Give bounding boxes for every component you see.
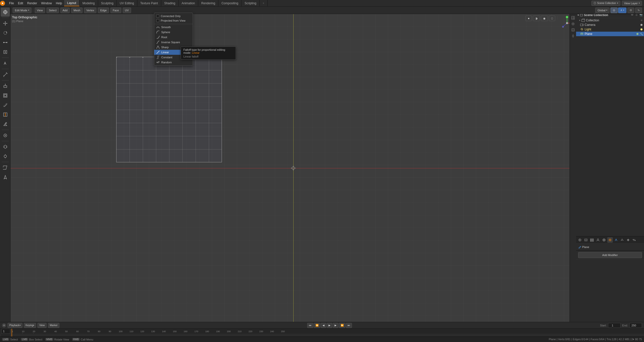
light-item[interactable]: Light — [576, 27, 644, 32]
props-tab-scene[interactable] — [595, 237, 601, 243]
edge-menu[interactable]: Edge — [98, 8, 109, 13]
menu-file[interactable]: File — [7, 0, 16, 6]
view-timeline-menu[interactable]: View — [37, 323, 47, 328]
falloff-smooth[interactable]: Smooth — [154, 25, 193, 30]
bevel-tool-btn[interactable] — [1, 101, 10, 110]
end-frame-input[interactable] — [629, 323, 642, 328]
connected-only-checkbox[interactable] — [156, 15, 159, 18]
tab-rendering[interactable]: Rendering — [198, 0, 218, 6]
projected-checkbox[interactable] — [156, 19, 159, 22]
props-tab-render[interactable] — [577, 237, 583, 243]
tab-shading[interactable]: Shading — [161, 0, 179, 6]
loop-cut-tool-btn[interactable] — [1, 110, 10, 119]
tab-modeling[interactable]: Modeling — [79, 0, 98, 6]
rip-btn[interactable] — [1, 173, 10, 182]
viewport-shading-wire[interactable]: □ — [549, 16, 555, 21]
tab-layout[interactable]: Layout — [64, 0, 79, 6]
prev-keyframe-btn[interactable]: ⏪ — [314, 323, 320, 328]
start-frame-input[interactable] — [608, 323, 621, 328]
uv-menu[interactable]: UV — [123, 8, 131, 13]
timeline-settings-btn[interactable]: ⚙ — [2, 323, 6, 327]
menu-help[interactable]: Help — [54, 0, 64, 6]
connected-only-option[interactable]: Connected Only — [154, 14, 193, 18]
mesh-menu[interactable]: Mesh — [71, 8, 83, 13]
cursor-tool-btn[interactable] — [1, 8, 10, 17]
props-tab-modifier[interactable] — [613, 237, 619, 243]
snap-icon-right[interactable] — [570, 33, 576, 39]
next-frame-btn[interactable]: ▶ — [333, 323, 338, 328]
scene-selector[interactable]: ⬡ Scene Collection ▾ — [591, 1, 620, 6]
jump-start-btn[interactable]: ⏮ — [307, 323, 313, 328]
overlay-icon[interactable] — [570, 21, 576, 27]
tab-uv-editing[interactable]: UV Editing — [117, 0, 137, 6]
falloff-sphere[interactable]: Sphere — [154, 30, 193, 35]
eye-icon2[interactable]: 👁 — [640, 19, 643, 22]
prev-frame-btn[interactable]: ◀ — [321, 323, 326, 328]
main-viewport[interactable]: Top Orthographic (1) Plane ● ◑ ◉ □ — [11, 14, 576, 322]
tab-scripting[interactable]: Scripting — [242, 0, 260, 6]
tab-animation[interactable]: Animation — [179, 0, 198, 6]
measure-tool-btn[interactable] — [1, 70, 10, 79]
scale-tool-btn[interactable] — [1, 38, 10, 47]
collection-item[interactable]: ▾ Collection 👁 — [576, 18, 644, 23]
proportional-editing-btn[interactable]: ◎ — [611, 8, 618, 13]
viewport-shading-solid[interactable]: ● — [526, 16, 532, 21]
falloff-root[interactable]: Root — [154, 35, 193, 40]
next-keyframe-btn[interactable]: ⏩ — [339, 323, 345, 328]
keying-menu[interactable]: Keying ▾ — [24, 323, 36, 328]
smooth-vertices-btn[interactable] — [1, 131, 10, 140]
jump-end-btn[interactable]: ⏭ — [346, 323, 352, 328]
transform-tool-btn[interactable] — [1, 47, 10, 57]
rotate-tool-btn[interactable] — [1, 28, 10, 37]
mode-selector[interactable]: Edit Mode ▾ — [13, 8, 31, 13]
props-tab-view-layer[interactable] — [589, 237, 595, 243]
props-tab-constraints[interactable] — [631, 237, 637, 243]
extrude-tool-btn[interactable] — [1, 81, 10, 90]
viewport-shading-rendered[interactable]: ◉ — [541, 16, 548, 21]
knife-tool-btn[interactable] — [1, 120, 10, 129]
view-3d-icon[interactable] — [570, 15, 576, 21]
add-modifier-button[interactable]: Add Modifier — [578, 252, 642, 258]
props-tab-particles[interactable] — [619, 237, 625, 243]
falloff-inverse-square[interactable]: Inverse Square — [154, 40, 193, 45]
plane-item[interactable]: Plane 🔧 — [576, 32, 644, 36]
vertex-menu[interactable]: Vertex — [84, 8, 96, 13]
select-menu[interactable]: Select — [47, 8, 59, 13]
falloff-random[interactable]: Random — [154, 60, 193, 65]
falloff-type-btn[interactable]: ∧ ▾ — [618, 8, 626, 13]
current-frame-input[interactable] — [1, 329, 10, 334]
add-menu[interactable]: Add — [60, 8, 70, 13]
marker-menu[interactable]: Marker — [48, 323, 59, 328]
projected-from-view-option[interactable]: Projected from View — [154, 18, 193, 23]
tab-texture-paint[interactable]: Texture Paint — [137, 0, 161, 6]
transform-space[interactable]: Global ▾ — [595, 8, 610, 13]
settings-icon: ⚙ — [3, 324, 5, 327]
annotate-tool-btn[interactable] — [1, 59, 10, 68]
view-menu[interactable]: View — [35, 8, 45, 13]
menu-window[interactable]: Window — [39, 0, 54, 6]
tab-compositing[interactable]: Compositing — [218, 0, 242, 6]
props-tab-world[interactable] — [601, 237, 607, 243]
shear-btn[interactable] — [1, 163, 10, 172]
playback-menu[interactable]: Playback ▾ — [8, 323, 22, 328]
shrink-fatten-btn[interactable] — [1, 142, 10, 151]
view-layer-selector[interactable]: View Layer ▾ — [622, 1, 642, 6]
snap-btn[interactable]: ⊙ — [627, 8, 634, 13]
props-tab-output[interactable] — [583, 237, 589, 243]
props-tab-physics[interactable] — [625, 237, 631, 243]
move-tool-btn[interactable] — [1, 19, 10, 28]
push-pull-btn[interactable] — [1, 152, 10, 161]
menu-render[interactable]: Render — [25, 0, 39, 6]
tab-sculpting[interactable]: Sculpting — [98, 0, 117, 6]
viewport-shading-material[interactable]: ◑ — [533, 16, 540, 21]
tab-add[interactable]: + — [260, 0, 268, 6]
face-menu[interactable]: Face — [110, 8, 121, 13]
xray-icon[interactable] — [570, 27, 576, 33]
timeline-ruler[interactable]: 1 10 20 30 40 50 60 70 80 90 100 110 120… — [0, 329, 644, 334]
camera-item[interactable]: Camera — [576, 23, 644, 27]
menu-edit[interactable]: Edit — [16, 0, 25, 6]
props-tab-object[interactable] — [607, 237, 613, 243]
proportional-connected-btn[interactable]: ∿ — [635, 8, 642, 13]
inset-tool-btn[interactable] — [1, 91, 10, 100]
play-btn[interactable]: ▶ — [327, 323, 332, 328]
